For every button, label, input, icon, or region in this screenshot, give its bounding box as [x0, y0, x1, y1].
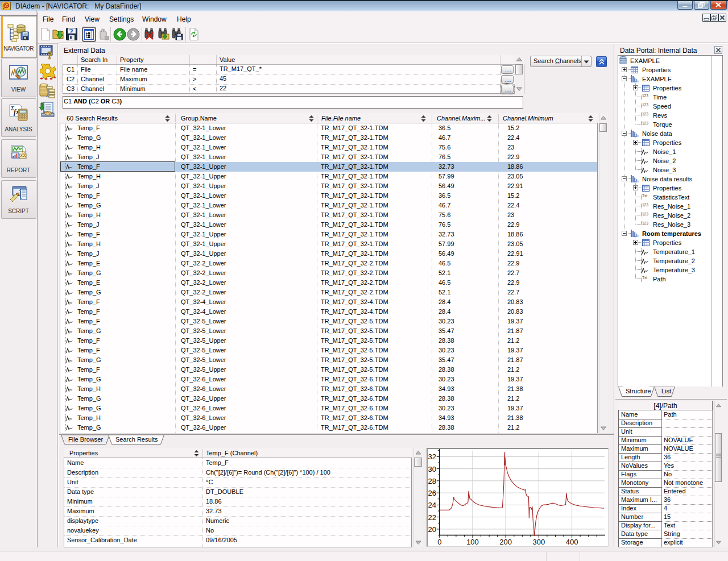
svg-text:123: 123	[642, 221, 648, 225]
svg-text:123: 123	[642, 121, 648, 125]
svg-text:Txt: Txt	[642, 194, 647, 198]
svg-text:?: ?	[69, 28, 74, 36]
svg-text:txt: txt	[22, 150, 26, 154]
svg-text:?: ?	[47, 49, 53, 61]
svg-text:Txt: Txt	[642, 276, 647, 280]
svg-text:123: 123	[642, 112, 648, 116]
svg-text:123: 123	[642, 94, 648, 98]
svg-text:123: 123	[642, 212, 648, 216]
svg-text:123: 123	[642, 203, 648, 207]
svg-text:123: 123	[642, 103, 648, 107]
